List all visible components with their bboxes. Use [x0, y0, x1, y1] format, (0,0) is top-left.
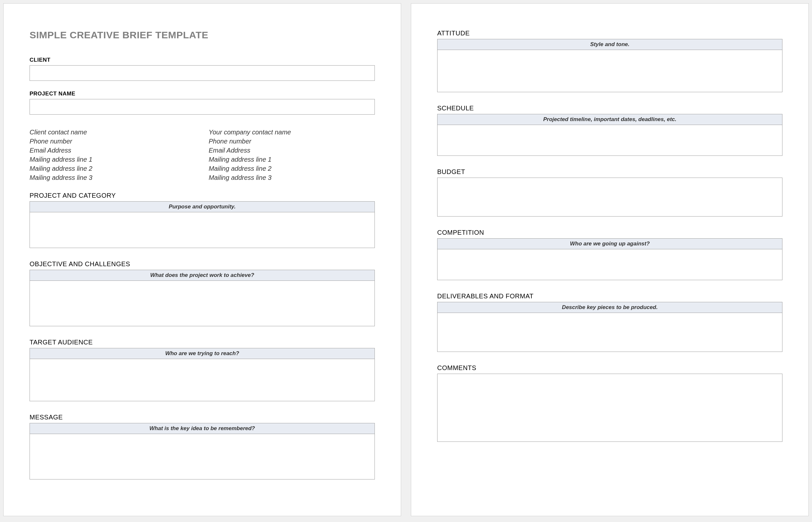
page-1: SIMPLE CREATIVE BRIEF TEMPLATE CLIENT PR…: [3, 3, 401, 516]
comments-input[interactable]: [437, 374, 783, 442]
target-audience-hint: Who are we trying to reach?: [29, 348, 375, 359]
target-audience-input[interactable]: [29, 359, 375, 401]
company-contact-line: Phone number: [209, 137, 375, 146]
client-contact-line: Mailing address line 3: [29, 173, 196, 182]
client-input[interactable]: [29, 65, 375, 81]
competition-label: COMPETITION: [437, 229, 783, 236]
comments-label: COMMENTS: [437, 364, 783, 372]
project-category-label: PROJECT AND CATEGORY: [29, 192, 375, 199]
deliverables-hint: Describe key pieces to be produced.: [437, 302, 783, 313]
company-contact-line: Your company contact name: [209, 127, 375, 137]
attitude-label: ATTITUDE: [437, 29, 783, 37]
budget-label: BUDGET: [437, 168, 783, 176]
project-category-hint: Purpose and opportunity.: [29, 201, 375, 212]
company-contact-line: Mailing address line 3: [209, 173, 375, 182]
client-contact-line: Mailing address line 1: [29, 155, 196, 164]
objective-label: OBJECTIVE AND CHALLENGES: [29, 260, 375, 268]
company-contact-line: Mailing address line 2: [209, 164, 375, 173]
company-contact-line: Mailing address line 1: [209, 155, 375, 164]
attitude-hint: Style and tone.: [437, 39, 783, 50]
contacts-block: Client contact name Phone number Email A…: [29, 127, 375, 182]
client-contact-line: Mailing address line 2: [29, 164, 196, 173]
schedule-hint: Projected timeline, important dates, dea…: [437, 114, 783, 125]
deliverables-input[interactable]: [437, 313, 783, 352]
project-category-input[interactable]: [29, 212, 375, 248]
message-input[interactable]: [29, 434, 375, 480]
client-contact-line: Client contact name: [29, 127, 196, 137]
client-contact-line: Email Address: [29, 146, 196, 155]
client-contact-line: Phone number: [29, 137, 196, 146]
message-label: MESSAGE: [29, 414, 375, 421]
attitude-input[interactable]: [437, 50, 783, 92]
schedule-label: SCHEDULE: [437, 104, 783, 112]
target-audience-label: TARGET AUDIENCE: [29, 339, 375, 346]
project-name-label: PROJECT NAME: [29, 91, 375, 97]
competition-input[interactable]: [437, 249, 783, 280]
message-hint: What is the key idea to be remembered?: [29, 423, 375, 434]
project-name-input[interactable]: [29, 99, 375, 115]
company-contact-line: Email Address: [209, 146, 375, 155]
client-label: CLIENT: [29, 57, 375, 63]
client-contact-col: Client contact name Phone number Email A…: [29, 127, 196, 182]
deliverables-label: DELIVERABLES AND FORMAT: [437, 293, 783, 300]
objective-input[interactable]: [29, 281, 375, 326]
page-title: SIMPLE CREATIVE BRIEF TEMPLATE: [29, 29, 375, 41]
objective-hint: What does the project work to achieve?: [29, 270, 375, 281]
competition-hint: Who are we going up against?: [437, 238, 783, 249]
page-2: ATTITUDE Style and tone. SCHEDULE Projec…: [411, 3, 809, 516]
company-contact-col: Your company contact name Phone number E…: [209, 127, 375, 182]
budget-input[interactable]: [437, 178, 783, 217]
schedule-input[interactable]: [437, 125, 783, 156]
